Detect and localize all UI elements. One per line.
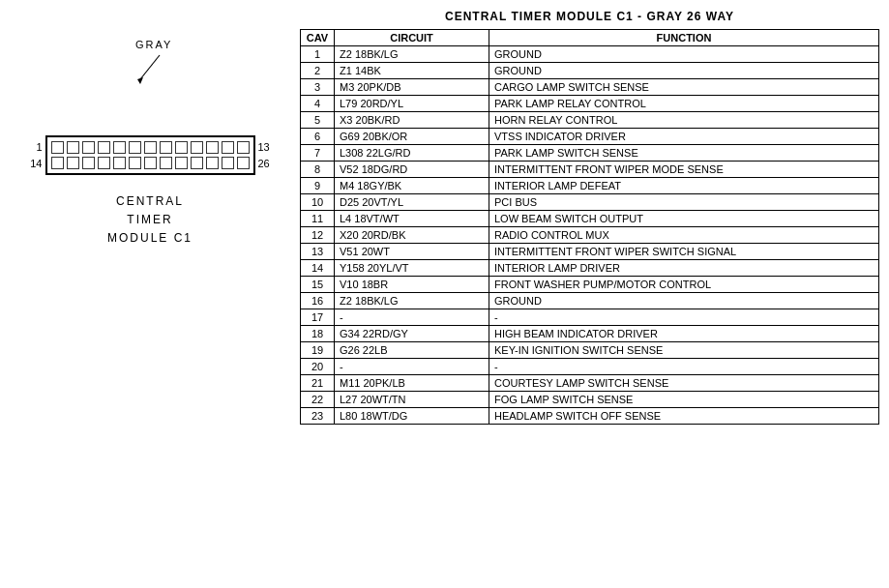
cell-cav: 14: [301, 260, 335, 277]
table-row: 1Z2 18BK/LGGROUND: [301, 46, 879, 63]
left-panel: GRAY 1 14: [0, 0, 300, 588]
cell-function: PARK LAMP RELAY CONTROL: [489, 96, 879, 112]
table-row: 5X3 20BK/RDHORN RELAY CONTROL: [301, 112, 879, 129]
table-row: 6G69 20BK/ORVTSS INDICATOR DRIVER: [301, 129, 879, 145]
pin: [175, 157, 188, 169]
pin: [113, 141, 126, 154]
pin: [237, 157, 250, 169]
cell-function: PCI BUS: [489, 194, 879, 211]
cell-cav: 21: [301, 375, 335, 392]
cell-cav: 12: [301, 227, 335, 244]
arrow-icon: [106, 50, 203, 89]
module-label: CENTRAL TIMER MODULE C1: [107, 192, 193, 249]
cell-cav: 5: [301, 112, 335, 129]
cell-function: LOW BEAM SWITCH OUTPUT: [489, 211, 879, 227]
cell-circuit: M4 18GY/BK: [335, 178, 489, 194]
cell-cav: 6: [301, 129, 335, 145]
cell-cav: 17: [301, 309, 335, 326]
cell-function: FRONT WASHER PUMP/MOTOR CONTROL: [489, 277, 879, 293]
pin-num-26: 26: [258, 158, 270, 169]
cell-circuit: L308 22LG/RD: [335, 145, 489, 162]
cell-circuit: X3 20BK/RD: [335, 112, 489, 129]
wiring-table: CAV CIRCUIT FUNCTION 1Z2 18BK/LGGROUND2Z…: [300, 29, 879, 425]
pin: [237, 141, 250, 154]
cell-circuit: V10 18BR: [335, 277, 489, 293]
cell-function: HEADLAMP SWITCH OFF SENSE: [489, 408, 879, 425]
table-row: 13V51 20WTINTERMITTENT FRONT WIPER SWITC…: [301, 244, 879, 260]
header-circuit: CIRCUIT: [335, 30, 489, 46]
cell-circuit: G26 22LB: [335, 342, 489, 359]
table-row: 15V10 18BRFRONT WASHER PUMP/MOTOR CONTRO…: [301, 277, 879, 293]
cell-cav: 11: [301, 211, 335, 227]
pin: [206, 141, 219, 154]
pin: [129, 157, 141, 169]
cell-function: INTERIOR LAMP DEFEAT: [489, 178, 879, 194]
table-header-row: CAV CIRCUIT FUNCTION: [301, 30, 879, 46]
table-row: 7L308 22LG/RDPARK LAMP SWITCH SENSE: [301, 145, 879, 162]
pin: [82, 141, 95, 154]
table-row: 4L79 20RD/YLPARK LAMP RELAY CONTROL: [301, 96, 879, 112]
cell-circuit: M3 20PK/DB: [335, 79, 489, 96]
cell-function: INTERMITTENT FRONT WIPER SWITCH SIGNAL: [489, 244, 879, 260]
cell-function: -: [489, 309, 879, 326]
cell-circuit: L4 18VT/WT: [335, 211, 489, 227]
pin-num-1: 1: [36, 141, 42, 153]
pin: [160, 141, 172, 154]
cell-function: INTERIOR LAMP DRIVER: [489, 260, 879, 277]
cell-cav: 20: [301, 359, 335, 375]
pin: [51, 141, 64, 154]
table-row: 11L4 18VT/WTLOW BEAM SWITCH OUTPUT: [301, 211, 879, 227]
cell-function: HORN RELAY CONTROL: [489, 112, 879, 129]
table-row: 16Z2 18BK/LGGROUND: [301, 293, 879, 309]
cell-circuit: -: [335, 309, 489, 326]
pin: [222, 157, 234, 169]
cell-function: PARK LAMP SWITCH SENSE: [489, 145, 879, 162]
header-function: FUNCTION: [489, 30, 879, 46]
cell-cav: 8: [301, 162, 335, 178]
right-panel: CENTRAL TIMER MODULE C1 - GRAY 26 WAY CA…: [300, 0, 889, 588]
cell-cav: 1: [301, 46, 335, 63]
pin: [129, 141, 141, 154]
cell-cav: 18: [301, 326, 335, 342]
cell-circuit: V52 18DG/RD: [335, 162, 489, 178]
cell-circuit: M11 20PK/LB: [335, 375, 489, 392]
table-row: 14Y158 20YL/VTINTERIOR LAMP DRIVER: [301, 260, 879, 277]
connector-diagram: 1 14: [30, 135, 270, 175]
pin: [98, 157, 110, 169]
table-row: 19G26 22LBKEY-IN IGNITION SWITCH SENSE: [301, 342, 879, 359]
cell-cav: 3: [301, 79, 335, 96]
cell-circuit: L80 18WT/DG: [335, 408, 489, 425]
pin: [175, 141, 188, 154]
cell-cav: 15: [301, 277, 335, 293]
svg-line-0: [140, 55, 160, 79]
table-row: 3M3 20PK/DBCARGO LAMP SWITCH SENSE: [301, 79, 879, 96]
pin: [222, 141, 234, 154]
module-label-line2: TIMER: [107, 211, 193, 229]
table-row: 21M11 20PK/LBCOURTESY LAMP SWITCH SENSE: [301, 375, 879, 392]
cell-circuit: L79 20RD/YL: [335, 96, 489, 112]
pin: [67, 157, 79, 169]
cell-circuit: Z1 14BK: [335, 63, 489, 79]
pin-row-bottom: [51, 157, 250, 169]
pin: [144, 157, 157, 169]
pin-num-13: 13: [258, 141, 270, 153]
table-row: 10D25 20VT/YLPCI BUS: [301, 194, 879, 211]
cell-cav: 19: [301, 342, 335, 359]
cell-cav: 4: [301, 96, 335, 112]
cell-function: GROUND: [489, 293, 879, 309]
table-row: 12X20 20RD/BKRADIO CONTROL MUX: [301, 227, 879, 244]
cell-circuit: Y158 20YL/VT: [335, 260, 489, 277]
cell-cav: 2: [301, 63, 335, 79]
pin: [113, 157, 126, 169]
table-title: CENTRAL TIMER MODULE C1 - GRAY 26 WAY: [300, 10, 879, 23]
cell-circuit: -: [335, 359, 489, 375]
pin: [191, 141, 203, 154]
pin-num-14: 14: [30, 158, 42, 169]
table-row: 18G34 22RD/GYHIGH BEAM INDICATOR DRIVER: [301, 326, 879, 342]
cell-circuit: Z2 18BK/LG: [335, 293, 489, 309]
svg-marker-1: [137, 77, 143, 84]
cell-cav: 7: [301, 145, 335, 162]
header-cav: CAV: [301, 30, 335, 46]
module-label-line1: CENTRAL: [107, 192, 193, 211]
cell-function: -: [489, 359, 879, 375]
